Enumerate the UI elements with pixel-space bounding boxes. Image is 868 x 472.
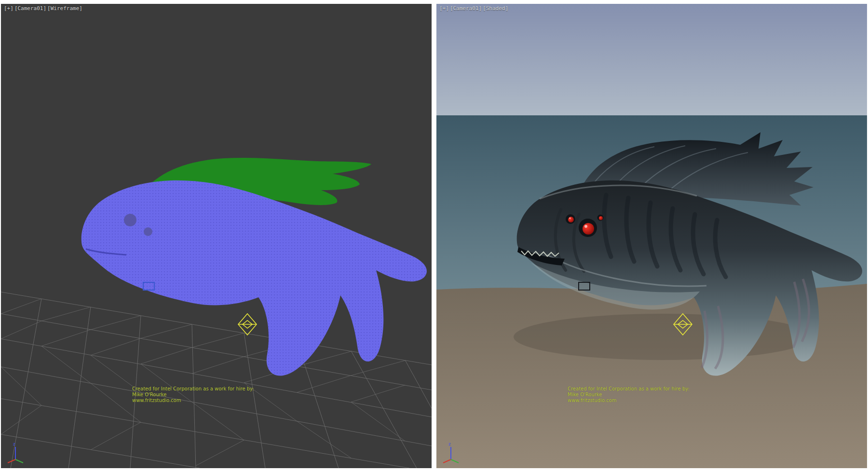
axis-z-label: z: [448, 442, 451, 446]
fish-eye-second: [568, 217, 574, 222]
viewport-menu-camera[interactable]: [Camera01]: [450, 5, 482, 12]
watermark-line-2: Mike O'Rourke: [568, 392, 690, 398]
fish-eye-small: [144, 227, 152, 236]
viewport-menu-general[interactable]: [+]: [4, 5, 14, 12]
fish-eye-left: [124, 214, 136, 226]
sky: [436, 4, 867, 115]
axis-z-label: z: [13, 442, 15, 446]
viewport-label: [+] [Camera01] [Wireframe]: [4, 5, 82, 12]
fish-eye-main: [583, 223, 594, 235]
watermark-line-1: Created for Intel Corporation as a work …: [132, 386, 254, 392]
watermark: Created for Intel Corporation as a work …: [132, 386, 254, 403]
viewport-menu-shading[interactable]: [Wireframe]: [47, 5, 82, 12]
viewport-label: [+] [Camera01] [Shaded]: [439, 5, 508, 12]
viewport-menu-shading[interactable]: [Shaded]: [483, 5, 508, 12]
watermark-line-2: Mike O'Rourke: [132, 392, 254, 398]
viewport-menu-camera[interactable]: [Camera01]: [14, 5, 46, 12]
watermark-line-3: www.fritzstudio.com: [568, 398, 690, 403]
watermark-line-3: www.fritzstudio.com: [132, 398, 254, 403]
watermark-line-1: Created for Intel Corporation as a work …: [568, 386, 690, 392]
fish-eye-third: [599, 216, 603, 220]
watermark: Created for Intel Corporation as a work …: [568, 386, 690, 403]
viewport-wireframe[interactable]: z [+] [Camera01] [Wireframe] Created for…: [1, 4, 432, 468]
viewport-shaded[interactable]: z [+] [Camera01] [Shaded] Created for In…: [436, 4, 867, 468]
viewport-menu-general[interactable]: [+]: [439, 5, 449, 12]
